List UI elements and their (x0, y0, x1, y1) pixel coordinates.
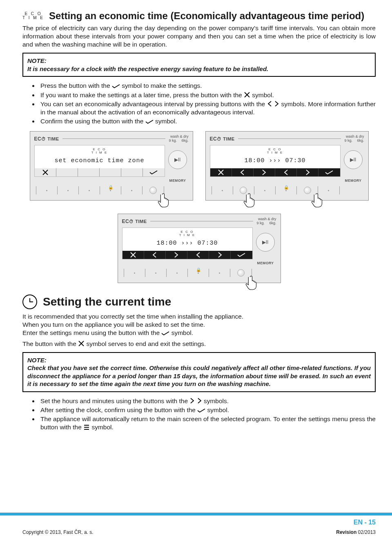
bullet-4: Confirm the using the button with the sy… (39, 117, 376, 125)
hand-pointer-icon (245, 275, 257, 292)
revision: Revision 02/2013 (336, 529, 376, 535)
section2-p4: The button with the symbol serves to end… (22, 340, 376, 348)
play-pause-button[interactable]: ▶II (344, 150, 363, 169)
chevron-right-icon (189, 397, 195, 404)
hand-pointer-icon (157, 192, 169, 210)
wash-dry-label: wash & dry9 kg. 6kg. (169, 135, 188, 143)
button-left[interactable] (275, 168, 297, 176)
button-x[interactable] (122, 251, 144, 259)
button-check[interactable] (143, 168, 164, 176)
lock-icon: 🔒 (284, 185, 289, 190)
bullet-3: You can set an economically advantageous… (39, 100, 376, 116)
button-check[interactable] (318, 168, 340, 176)
lock-icon: 🔒 (196, 268, 201, 272)
memory-label: MEMORY (345, 179, 362, 183)
wash-dry-label: wash & dry9 kg. 6kg. (256, 217, 276, 225)
button-right[interactable] (209, 251, 231, 259)
bullet-1: Press the button with the symbol to make… (39, 82, 376, 90)
section2-header: Setting the current time (22, 295, 376, 309)
section1-title: Setting an economic time (Economically a… (49, 10, 364, 22)
check-icon (112, 84, 120, 89)
page-number: EN - 15 (354, 519, 376, 526)
lcd-text: 18:00 ››› 07:30 (122, 240, 252, 247)
panel-2: EC⏱ TIME wash & dry9 kg. 6kg. E C OT I M… (205, 131, 369, 201)
panels-row-1: EC⏱ TIME wash & dry9 kg. 6kg. E C OT I M… (22, 131, 376, 201)
eco-time-badge: E C O T I M E (22, 12, 44, 20)
section1-note: NOTE: It is necessary for a clock with t… (22, 53, 376, 77)
bullet-1: Set the hours and minutes using the butt… (39, 397, 376, 405)
lcd-screen: E C OT I M E 18:00 ››› 07:30 (122, 228, 253, 259)
lcd-screen: E C OT I M E set economic time zone (34, 145, 165, 177)
check-icon (197, 408, 205, 413)
play-pause-button[interactable]: ▶II (256, 233, 275, 252)
button-right[interactable] (254, 168, 275, 176)
chevron-right-icon (274, 100, 279, 107)
bullet-2: If you want to make the settings at a la… (39, 91, 376, 99)
hand-pointer-icon (243, 192, 255, 210)
section2-p1: It is recommended that you correctly set… (22, 312, 376, 321)
panels-row-2: EC⏱ TIME wash & dry9 kg. 6kg. E C OT I M… (22, 214, 376, 283)
section2-bullets: Set the hours and minutes using the butt… (22, 397, 376, 432)
bullet-3: The appliance will automatically return … (39, 415, 376, 431)
check-icon (145, 119, 154, 124)
button-right[interactable] (297, 168, 318, 176)
button-x[interactable] (210, 168, 232, 176)
lcd-text: set economic time zone (35, 157, 165, 164)
panel-3: EC⏱ TIME wash & dry9 kg. 6kg. E C OT I M… (118, 214, 281, 283)
wash-dry-label: wash & dry9 kg. 6kg. (344, 135, 364, 143)
lock-icon: 🔒 (108, 185, 113, 190)
button-row: 🔒 (36, 185, 164, 196)
copyright: Copyright © 2013, Fast ČR, a. s. (22, 529, 94, 535)
footer-rule (0, 513, 392, 515)
panel-1: EC⏱ TIME wash & dry9 kg. 6kg. E C OT I M… (30, 131, 193, 201)
play-pause-button[interactable]: ▶II (168, 150, 187, 169)
button-left[interactable] (232, 168, 254, 176)
hand-pointer-icon (311, 192, 323, 210)
brand-label: EC⏱ TIME (210, 136, 235, 142)
button-left[interactable] (144, 251, 166, 259)
x-icon (244, 91, 250, 98)
memory-label: MEMORY (169, 179, 186, 183)
button-check[interactable] (231, 251, 252, 259)
chevron-left-icon (267, 100, 272, 107)
memory-label: MEMORY (257, 261, 274, 265)
section2-p3: Enter the settings menu using the button… (22, 329, 376, 337)
bullet-2: After setting the clock, confirm using t… (39, 406, 376, 414)
section2-p2: When you turn on the appliance you will … (22, 321, 376, 329)
lcd-text: 18:00 ››› 07:30 (210, 157, 340, 164)
section1-header: E C O T I M E Setting an economic time (… (22, 10, 376, 22)
button-left[interactable] (187, 251, 209, 259)
button-x[interactable] (35, 168, 56, 176)
chevron-right-icon (197, 397, 202, 404)
section2-title: Setting the current time (43, 295, 171, 308)
section1-intro: The price of electricity can vary during… (22, 24, 376, 49)
button-right[interactable] (166, 251, 187, 259)
section2-note: NOTE: Check that you have set the correc… (22, 352, 376, 392)
lcd-screen: E C OT I M E 18:00 ››› 07:30 (210, 145, 341, 177)
check-icon (161, 331, 169, 336)
brand-label: EC⏱ TIME (34, 136, 59, 142)
brand-label: EC⏱ TIME (122, 219, 147, 224)
menu-icon (83, 424, 90, 430)
clock-icon (22, 295, 37, 309)
section1-bullets: Press the button with the symbol to make… (22, 82, 376, 125)
button-row: 🔒 (124, 267, 252, 279)
x-icon (78, 340, 85, 347)
